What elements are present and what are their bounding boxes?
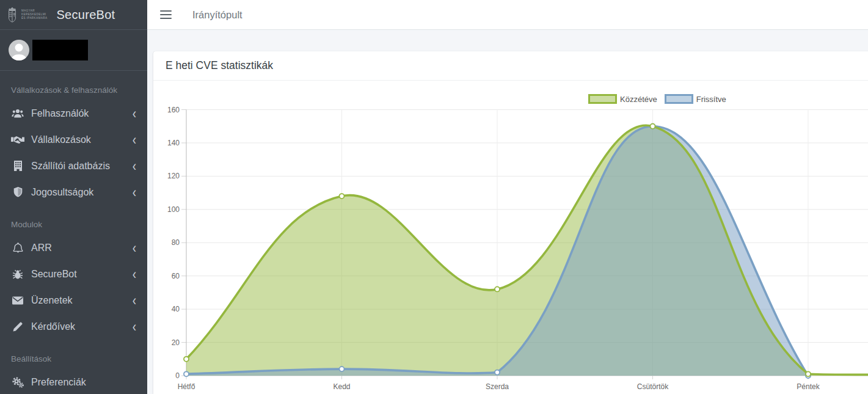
card-header: E heti CVE statisztikák xyxy=(153,51,868,81)
pencil-icon xyxy=(10,321,25,332)
sidebar-item-label: Kérdőívek xyxy=(31,321,75,332)
person-icon xyxy=(9,40,29,60)
legend-item-frissitve[interactable]: Frissítve xyxy=(665,94,726,104)
svg-text:100: 100 xyxy=(167,205,180,214)
svg-text:Hétfő: Hétfő xyxy=(178,382,195,391)
sidebar-item-label: Üzenetek xyxy=(31,295,73,306)
chart-canvas[interactable]: 020406080100120140160HétfőKeddSzerdaCsüt… xyxy=(153,81,868,394)
card-title: E heti CVE statisztikák xyxy=(166,59,273,71)
sidebar-item-jogosultsagok[interactable]: Jogosultságok ‹ xyxy=(5,179,142,205)
sidebar-nav: Vállalkozások & felhasználók Felhasználó… xyxy=(0,71,147,394)
sidebar-item-arr[interactable]: ARR ‹ xyxy=(5,235,142,261)
avatar xyxy=(9,40,29,60)
sidebar-item-label: Preferenciák xyxy=(31,377,86,388)
mkik-emblem-icon xyxy=(7,7,17,23)
nav-section-label-settings: Beállítások xyxy=(5,340,142,369)
legend-item-kozzeteve[interactable]: Közzétéve xyxy=(588,94,657,104)
brand-title: SecureBot xyxy=(56,8,115,22)
content: E heti CVE statisztikák 0204060801001201… xyxy=(147,30,868,394)
chevron-left-icon: ‹ xyxy=(133,266,136,282)
sidebar-item-vallalkozasok[interactable]: Vállalkozások ‹ xyxy=(5,126,142,153)
chevron-left-icon: ‹ xyxy=(133,132,136,147)
chart-legend: Közzétéve Frissítve xyxy=(588,94,734,104)
sidebar-item-label: SecureBot xyxy=(31,269,77,280)
legend-swatch-green xyxy=(588,94,617,104)
main-area: Irányítópult E heti CVE statisztikák 020… xyxy=(147,0,868,394)
svg-text:120: 120 xyxy=(167,172,180,180)
sidebar: Magyar Kereskedelmi és Iparkamara Secure… xyxy=(0,0,147,394)
svg-text:20: 20 xyxy=(172,338,180,347)
svg-text:80: 80 xyxy=(172,238,180,247)
cogs-icon xyxy=(10,377,25,388)
legend-label: Közzétéve xyxy=(620,95,657,104)
svg-text:Kedd: Kedd xyxy=(333,382,350,391)
bell-icon xyxy=(10,243,25,253)
sidebar-item-label: Szállítói adatbázis xyxy=(31,161,110,172)
nav-section-label-companies-users: Vállalkozások & felhasználók xyxy=(5,71,142,100)
app-root: Magyar Kereskedelmi és Iparkamara Secure… xyxy=(0,0,868,394)
sidebar-item-uzenetek[interactable]: Üzenetek ‹ xyxy=(5,287,142,313)
brand-link[interactable]: Magyar Kereskedelmi és Iparkamara Secure… xyxy=(0,0,147,30)
sidebar-item-securebot[interactable]: SecureBot ‹ xyxy=(5,261,142,287)
svg-text:60: 60 xyxy=(172,272,180,280)
svg-text:40: 40 xyxy=(172,305,180,313)
sidebar-item-label: Vállalkozások xyxy=(31,134,91,145)
sidebar-item-label: Jogosultságok xyxy=(31,187,93,198)
svg-text:Csütörtök: Csütörtök xyxy=(637,382,669,391)
sidebar-toggle-button[interactable] xyxy=(160,10,172,19)
building-icon xyxy=(10,161,25,171)
chevron-left-icon: ‹ xyxy=(133,319,136,334)
svg-text:0: 0 xyxy=(175,371,180,380)
chevron-left-icon: ‹ xyxy=(133,184,136,200)
chevron-left-icon: ‹ xyxy=(133,293,136,308)
redacted-username xyxy=(32,40,88,60)
svg-text:160: 160 xyxy=(167,106,180,114)
sidebar-item-label: ARR xyxy=(31,243,52,254)
user-panel xyxy=(0,30,147,71)
bug-icon xyxy=(10,269,25,279)
nav-section-label-modules: Modulok xyxy=(5,205,142,235)
cve-week-chart[interactable]: 020406080100120140160HétfőKeddSzerdaCsüt… xyxy=(153,81,868,394)
chevron-left-icon: ‹ xyxy=(133,240,136,255)
brand-logo-text: Magyar Kereskedelmi és Iparkamara xyxy=(21,9,47,21)
sidebar-item-felhasznalok[interactable]: Felhasználók ‹ xyxy=(5,100,142,126)
chevron-left-icon: ‹ xyxy=(133,158,136,173)
topbar: Irányítópult xyxy=(147,0,868,30)
chevron-left-icon: ‹ xyxy=(133,106,136,121)
shield-icon xyxy=(10,187,25,197)
sidebar-item-szallitoi-adatbazis[interactable]: Szállítói adatbázis ‹ xyxy=(5,153,142,179)
users-icon xyxy=(10,109,25,119)
handshake-icon xyxy=(10,136,25,144)
legend-label: Frissítve xyxy=(696,95,726,104)
sidebar-item-label: Felhasználók xyxy=(31,108,89,119)
sidebar-item-preferenciak[interactable]: Preferenciák xyxy=(5,369,142,394)
svg-text:Szerda: Szerda xyxy=(486,382,509,391)
sidebar-item-kerdoivek[interactable]: Kérdőívek ‹ xyxy=(5,313,142,340)
envelope-icon xyxy=(10,296,25,305)
page-title: Irányítópult xyxy=(192,9,243,21)
svg-text:Péntek: Péntek xyxy=(797,382,820,391)
legend-swatch-blue xyxy=(665,94,693,104)
svg-text:140: 140 xyxy=(167,139,180,147)
cve-stats-card: E heti CVE statisztikák 0204060801001201… xyxy=(153,51,868,394)
